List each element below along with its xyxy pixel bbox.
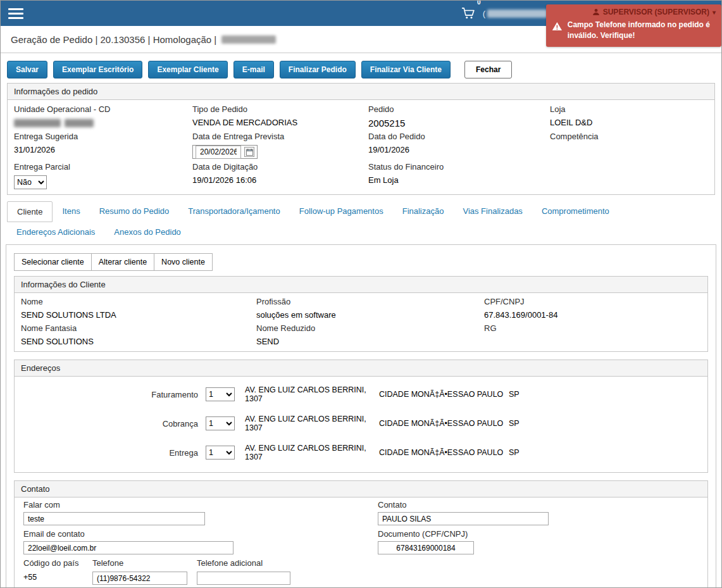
address-state: SP	[509, 390, 520, 399]
field-value: VENDA DE MERCADORIAS	[192, 118, 368, 127]
field-value: LOEIL D&D	[550, 118, 708, 127]
field-label: Telefone	[92, 558, 197, 568]
tab-followup-pagamentos[interactable]: Follow-up Pagamentos	[290, 201, 393, 222]
order-info-title: Informações do pedido	[8, 84, 714, 100]
field-telefone: Telefone	[92, 558, 197, 585]
top-nav-bar: 0 ( SUPERVISOR (SUPERVISOR) ▾	[1, 1, 721, 26]
field-cpf-cnpj: CPF/CNPJ 67.843.169/0001-84	[484, 293, 701, 320]
phone-prefix: (	[483, 9, 485, 18]
cart-icon[interactable]: 0	[461, 7, 475, 20]
field-label: Entrega Sugerida	[14, 132, 192, 141]
field-value: SEND	[256, 337, 484, 346]
field-label: Nome Reduzido	[256, 323, 484, 333]
field-competencia: Competência	[550, 128, 708, 159]
field-label: Contato	[378, 500, 699, 510]
tab-resumo-do-pedido[interactable]: Resumo do Pedido	[90, 201, 179, 222]
field-documento: Documento (CPF/CNPJ)	[378, 525, 699, 554]
field-data-pedido: Data do Pedido 19/01/2026	[368, 128, 550, 159]
address-row-entrega: Entrega 1 AV. ENG LUIZ CARLOS BERRINI, 1…	[21, 438, 701, 467]
field-value: SEND SOLUTIONS	[21, 337, 256, 346]
address-city: SAO PAULO	[458, 419, 509, 428]
client-info-grid: Nome SEND SOLUTIONS LTDA Profissão soluç…	[15, 293, 707, 351]
field-value: soluções em software	[256, 310, 484, 320]
address-state: SP	[509, 419, 520, 428]
email-input[interactable]	[23, 541, 233, 554]
phone-number-redacted	[487, 9, 548, 18]
address-type-label: Entrega	[21, 448, 198, 458]
contact-body: Falar com Contato Email de contato Docum…	[15, 497, 707, 588]
falar-com-input[interactable]	[23, 512, 205, 525]
address-street: AV. ENG LUIZ CARLOS BERRINI, 1307	[245, 444, 379, 461]
client-actions: Selecionar cliente Alterar cliente Novo …	[14, 253, 708, 271]
email-button[interactable]: E-mail	[233, 61, 274, 78]
field-telefone-adicional: Telefone adicional	[197, 558, 290, 585]
address-district: CIDADE MONÃ‡Ã•ES	[379, 419, 458, 428]
telefone-adicional-input[interactable]	[197, 572, 290, 585]
address-seq-select[interactable]: 1	[206, 416, 235, 430]
address-seq-select[interactable]: 1	[206, 446, 235, 460]
address-seq-select[interactable]: 1	[206, 387, 235, 401]
tab-transportadora-icamento[interactable]: Transportadora/Içamento	[178, 201, 289, 222]
field-label: Loja	[550, 104, 708, 114]
tab-finalizacao[interactable]: Finalização	[393, 201, 454, 222]
chevron-down-icon: ▾	[713, 9, 716, 16]
user-icon	[592, 8, 600, 16]
field-label: Nome Fantasia	[21, 323, 256, 333]
field-nome-reduzido: Nome Reduzido SEND	[256, 320, 484, 346]
close-button[interactable]: Fechar	[464, 61, 512, 78]
field-label: Data de Digitação	[192, 162, 368, 172]
user-menu[interactable]: SUPERVISOR (SUPERVISOR) ▾	[552, 6, 716, 20]
tab-vias-finalizadas[interactable]: Vias Finalizadas	[453, 201, 532, 222]
print-client-copy-button[interactable]: Exemplar Cliente	[148, 61, 227, 78]
delivery-date-input[interactable]	[196, 146, 241, 159]
client-info-panel: Informações do Cliente Nome SEND SOLUTIO…	[14, 276, 708, 352]
field-label: CPF/CNPJ	[484, 297, 701, 306]
tab-cliente[interactable]: Cliente	[7, 201, 53, 222]
user-label: SUPERVISOR (SUPERVISOR)	[603, 8, 709, 16]
field-email-contato: Email de contato	[23, 525, 378, 554]
tab-comprometimento[interactable]: Comprometimento	[532, 201, 619, 222]
address-type-label: Faturamento	[21, 390, 198, 399]
field-label: Tipo de Pedido	[192, 104, 368, 114]
toast-message: Campo Telefone informado no pedido é inv…	[568, 20, 716, 41]
field-value: 31/01/2026	[14, 145, 192, 154]
field-value: Em Loja	[368, 175, 550, 185]
field-label: Status do Financeiro	[368, 162, 550, 172]
field-nome-fantasia: Nome Fantasia SEND SOLUTIONS	[21, 320, 256, 346]
topbar-right: 0 (	[461, 7, 548, 20]
save-button[interactable]: Salvar	[7, 61, 47, 78]
field-label: Telefone adicional	[197, 558, 290, 568]
field-label: RG	[484, 323, 701, 333]
address-type-label: Cobrança	[21, 419, 198, 428]
addresses-title: Endereços	[15, 360, 707, 377]
print-office-copy-button[interactable]: Exemplar Escritório	[53, 61, 142, 78]
tab-enderecos-adicionais[interactable]: Endereços Adicionais	[7, 222, 104, 242]
field-entrega-parcial: Entrega Parcial Não	[14, 159, 192, 189]
client-info-title: Informações do Cliente	[15, 277, 707, 293]
documento-input[interactable]	[378, 541, 474, 554]
error-toast: SUPERVISOR (SUPERVISOR) ▾ Campo Telefone…	[546, 4, 721, 47]
tab-itens[interactable]: Itens	[53, 201, 89, 222]
field-label: Documento (CPF/CNPJ)	[378, 529, 699, 539]
field-label: Email de contato	[23, 529, 378, 539]
calendar-icon[interactable]	[244, 147, 254, 157]
order-info-panel: Informações do pedido Unidade Operaciona…	[7, 83, 715, 195]
partial-delivery-select[interactable]: Não	[14, 175, 47, 189]
telefone-input[interactable]	[92, 572, 187, 585]
finalize-order-button[interactable]: Finalizar Pedido	[280, 61, 356, 78]
field-profissao: Profissão soluções em software	[256, 293, 484, 320]
tab-anexos-do-pedido[interactable]: Anexos do Pedido	[104, 222, 190, 242]
select-client-button[interactable]: Selecionar cliente	[14, 253, 92, 271]
address-street: AV. ENG LUIZ CARLOS BERRINI, 1307	[245, 385, 379, 403]
menu-icon[interactable]	[8, 8, 23, 19]
field-entrega-prevista: Data de Entrega Prevista	[192, 128, 368, 159]
contato-input[interactable]	[378, 512, 549, 525]
field-nome: Nome SEND SOLUTIONS LTDA	[21, 293, 256, 320]
delivery-date-field	[192, 145, 258, 159]
field-label: Unidade Operacional - CD	[14, 104, 192, 114]
finalize-via-client-button[interactable]: Finalizar Via Cliente	[361, 61, 451, 78]
field-label: Profissão	[256, 297, 484, 306]
field-value: 19/01/2026	[368, 145, 550, 154]
new-client-button[interactable]: Novo cliente	[154, 253, 213, 271]
change-client-button[interactable]: Alterar cliente	[91, 253, 154, 271]
